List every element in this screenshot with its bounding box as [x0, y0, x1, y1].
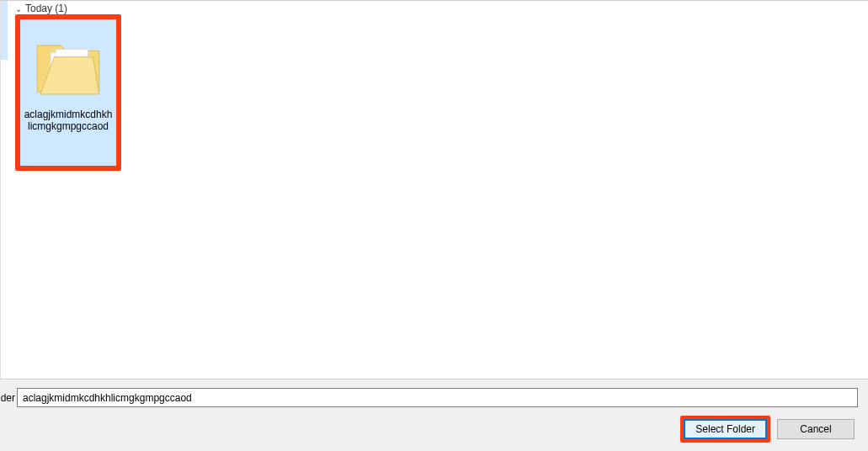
folder-item-label: aclagjkmidmkcdhkhlicmgkgmpgccaod: [20, 109, 116, 133]
cancel-button[interactable]: Cancel: [777, 419, 855, 439]
folder-field-label: der:: [0, 392, 17, 404]
folder-icon: [29, 26, 107, 103]
folder-item[interactable]: aclagjkmidmkcdhkhlicmgkgmpgccaod: [20, 19, 116, 166]
dialog-footer: der: Select Folder Cancel: [0, 379, 868, 451]
scrollbar-stub: [1, 1, 8, 60]
folder-field-row: der:: [0, 388, 858, 407]
dialog-buttons-row: Select Folder Cancel: [0, 416, 858, 443]
file-list-pane[interactable]: ⌄ Today (1) aclagjkmidmkcdhkhlicmgkgm: [0, 1, 868, 379]
file-picker-window: ⌄ Today (1) aclagjkmidmkcdhkhlicmgkgm: [0, 0, 868, 451]
annotation-highlight-select-button: Select Folder: [680, 416, 770, 443]
chevron-down-icon: ⌄: [15, 4, 22, 13]
folder-name-input[interactable]: [17, 388, 858, 407]
annotation-highlight-folder: aclagjkmidmkcdhkhlicmgkgmpgccaod: [15, 14, 121, 171]
select-folder-button[interactable]: Select Folder: [684, 419, 767, 439]
group-header-label: Today (1): [25, 3, 67, 14]
